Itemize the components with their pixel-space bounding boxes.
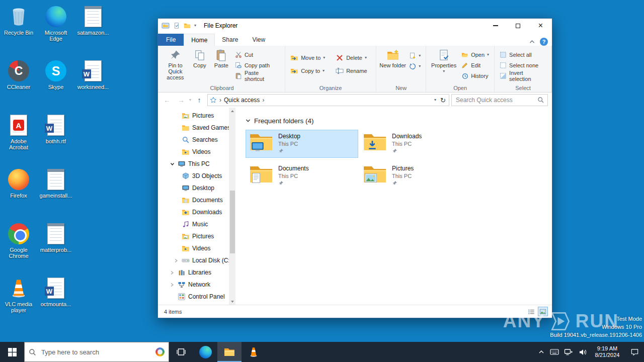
nav-item-downloads[interactable]: Downloads (158, 206, 235, 218)
nav-item-3d-objects[interactable]: 3D Objects (158, 170, 235, 182)
desktop-icon-google-chrome[interactable]: Google Chrome (0, 222, 37, 259)
folder-tile-downloads[interactable]: Downloads This PC (359, 130, 472, 158)
nav-item-searches[interactable]: Searches (158, 134, 235, 146)
open-button[interactable]: Open ▾ (459, 49, 492, 60)
action-center-button[interactable] (625, 342, 644, 362)
collapse-chevron-icon[interactable] (173, 258, 179, 263)
taskbar-file-explorer-button[interactable] (217, 342, 242, 362)
tab-home[interactable]: Home (184, 34, 215, 46)
recent-locations-button[interactable]: ▾ (189, 98, 191, 102)
icons-view-button[interactable] (538, 307, 548, 316)
desktop-icon-matterprob[interactable]: matterprob... (37, 222, 74, 253)
back-button[interactable]: ← (161, 94, 173, 106)
nav-item-control-panel[interactable]: Control Panel (158, 291, 235, 303)
desktop-icon-bothh-rtf[interactable]: bothh.rtf (37, 114, 74, 144)
history-button[interactable]: History (459, 70, 492, 81)
taskbar-vlc-button[interactable] (242, 342, 266, 362)
section-collapse-chevron-icon[interactable] (246, 118, 251, 123)
nav-item-pictures-qa[interactable]: Pictures (158, 110, 235, 122)
explorer-search-input[interactable] (455, 96, 537, 104)
nav-item-pictures[interactable]: Pictures (158, 230, 235, 242)
start-button[interactable] (0, 342, 24, 362)
desktop-icon-worksneed[interactable]: worksneed... (74, 59, 112, 90)
nav-item-libraries[interactable]: Libraries (158, 266, 235, 279)
scrollbar-thumb[interactable] (230, 191, 235, 253)
minimize-button[interactable] (484, 19, 507, 33)
select-none-button[interactable]: Select none (497, 60, 549, 70)
nav-item-music[interactable]: Music (158, 218, 235, 230)
desktop-icon-vlc[interactable]: VLC media player (0, 277, 37, 313)
copy-to-button[interactable]: Copy to ▾ (288, 66, 333, 76)
breadcrumb-chevron-icon[interactable]: › (262, 97, 264, 104)
copy-button[interactable]: Copy (189, 47, 210, 68)
desktop-icon-skype[interactable]: Skype (37, 59, 74, 90)
qat-new-folder-button[interactable] (184, 22, 191, 29)
breadcrumb-location[interactable]: Quick access (224, 97, 260, 104)
select-all-button[interactable]: Select all (497, 49, 549, 60)
frequent-folders-header[interactable]: Frequent folders (4) (246, 115, 552, 127)
taskbar-search-box[interactable] (24, 342, 169, 362)
desktop-icon-ccleaner[interactable]: CCleaner (0, 59, 37, 90)
nav-item-local-disk-c[interactable]: Local Disk (C:) (158, 254, 235, 266)
maximize-button[interactable] (507, 19, 529, 33)
expand-chevron-icon[interactable] (169, 162, 175, 166)
invert-selection-button[interactable]: Invert selection (497, 70, 549, 81)
properties-button[interactable]: Properties ▾ (429, 47, 459, 73)
nav-item-this-pc[interactable]: This PC (158, 158, 235, 170)
network-button[interactable] (561, 342, 576, 362)
qat-dropdown-button[interactable]: ▾ (194, 24, 196, 28)
nav-item-desktop[interactable]: Desktop (158, 182, 235, 194)
nav-item-documents[interactable]: Documents (158, 194, 235, 206)
scroll-down-arrow[interactable] (229, 298, 235, 305)
folder-tile-pictures[interactable]: Pictures This PC (359, 162, 472, 190)
desktop-icon-adobe-acrobat[interactable]: Adobe Acrobat (0, 114, 37, 150)
taskbar-search-input[interactable] (40, 348, 151, 356)
nav-item-videos-qa[interactable]: Videos (158, 146, 235, 158)
taskbar-clock[interactable]: 9:19 AM 8/21/2024 (590, 342, 625, 362)
edit-button[interactable]: Edit (459, 60, 492, 70)
nav-item-videos[interactable]: Videos (158, 242, 235, 254)
title-bar[interactable]: ▾ File Explorer × (158, 19, 552, 33)
tab-file[interactable]: File (158, 34, 184, 46)
desktop-icon-satamazon[interactable]: satamazon... (74, 5, 112, 36)
tab-view[interactable]: View (245, 34, 272, 46)
desktop-icon-recycle-bin[interactable]: Recycle Bin (0, 5, 37, 36)
new-item-button[interactable]: ▾ (407, 50, 423, 61)
collapse-chevron-icon[interactable] (169, 270, 175, 275)
help-button[interactable] (540, 38, 548, 46)
hidden-icons-button[interactable] (535, 342, 547, 362)
cut-button[interactable]: Cut (232, 49, 282, 60)
touch-keyboard-button[interactable] (547, 342, 561, 362)
search-highlights-icon[interactable] (155, 347, 165, 356)
forward-button[interactable]: → (175, 94, 187, 106)
folder-tile-desktop[interactable]: Desktop This PC (246, 130, 358, 158)
desktop-icon-octmounta[interactable]: octmounta... (37, 277, 74, 307)
address-dropdown-button[interactable]: ▾ (434, 98, 436, 102)
close-button[interactable]: × (529, 19, 552, 33)
volume-button[interactable] (576, 342, 590, 362)
easy-access-button[interactable]: ▾ (407, 61, 423, 71)
desktop-icon-microsoft-edge[interactable]: Microsoft Edge (37, 5, 74, 42)
scroll-up-arrow[interactable] (229, 108, 235, 114)
explorer-search-box[interactable] (451, 94, 548, 106)
folder-tile-documents[interactable]: Documents This PC (246, 162, 358, 190)
qat-properties-button[interactable] (173, 22, 180, 29)
paste-button[interactable]: Paste (210, 47, 232, 68)
breadcrumb[interactable]: › Quick access › ▾ ↻ (207, 94, 449, 106)
paste-shortcut-button[interactable]: Paste shortcut (232, 70, 282, 81)
pin-to-quick-access-button[interactable]: Pin to Quick access (162, 47, 189, 80)
task-view-button[interactable] (169, 342, 193, 362)
desktop-icon-gameinstall[interactable]: gameinstall... (37, 168, 74, 199)
rename-button[interactable]: Rename (333, 66, 373, 76)
nav-scrollbar[interactable] (229, 108, 235, 305)
details-view-button[interactable] (526, 307, 536, 316)
delete-button[interactable]: Delete ▾ (333, 53, 373, 63)
collapse-chevron-icon[interactable] (169, 283, 175, 287)
copy-path-button[interactable]: Copy path (232, 60, 282, 70)
tab-share[interactable]: Share (215, 34, 245, 46)
new-folder-button[interactable]: New folder (379, 47, 407, 68)
search-icon[interactable] (537, 97, 544, 104)
move-to-button[interactable]: Move to ▾ (288, 53, 333, 63)
taskbar-edge-button[interactable] (193, 342, 217, 362)
nav-item-saved-games[interactable]: Saved Games (158, 122, 235, 134)
